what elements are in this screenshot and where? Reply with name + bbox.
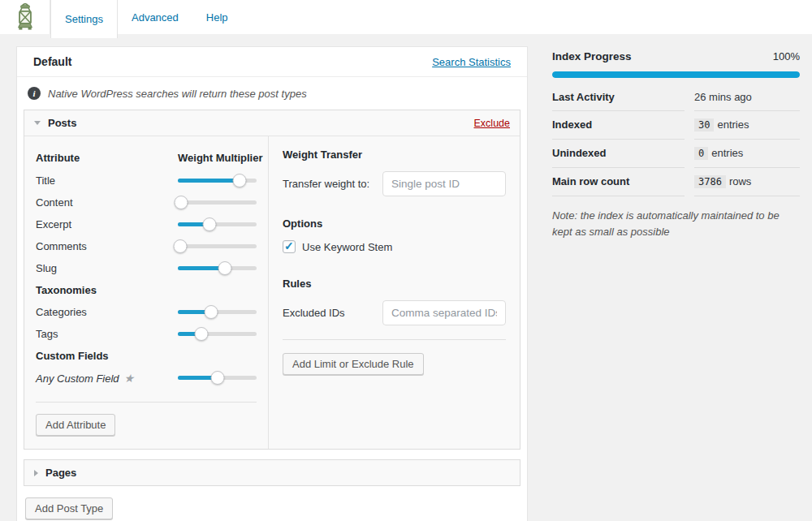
count-badge: 0 <box>694 147 708 160</box>
attribute-label: Comments <box>36 240 178 252</box>
info-icon: i <box>28 87 41 100</box>
weight-slider-excerpt[interactable] <box>178 217 257 231</box>
pages-panel-title: Pages <box>45 467 76 479</box>
taxonomies-header-label: Taxonomies <box>36 284 97 296</box>
stat-value: 26 mins ago <box>694 84 800 111</box>
weight-slider-tags[interactable] <box>178 327 257 341</box>
excluded-ids-row: Excluded IDs <box>283 300 506 325</box>
count-badge: 30 <box>694 118 714 131</box>
pages-panel-header[interactable]: Pages <box>24 460 520 485</box>
posts-panel-title: Posts <box>48 117 76 129</box>
attribute-label: Slug <box>36 262 178 274</box>
stat-value: 30entries <box>694 111 800 140</box>
custom-fields-section-header: Custom Fields <box>36 345 268 367</box>
chevron-right-icon[interactable] <box>34 470 38 476</box>
add-limit-or-exclude-rule-button[interactable]: Add Limit or Exclude Rule <box>283 353 424 375</box>
attributes-divider <box>36 402 257 403</box>
chevron-down-icon[interactable] <box>34 121 41 125</box>
attributes-column-headers: Attribute Weight Multiplier <box>36 147 268 168</box>
notice-text: Native WordPress searches will return th… <box>48 88 307 100</box>
stat-value: 0entries <box>694 140 800 168</box>
weight-transfer-title: Weight Transfer <box>283 149 506 161</box>
weight-slider-categories[interactable] <box>178 305 257 319</box>
stat-label: Indexed <box>552 111 685 140</box>
engine-card: Default Search Statistics i Native WordP… <box>16 46 528 521</box>
tab-advanced[interactable]: Advanced <box>118 0 192 34</box>
settings-column: Weight Transfer Transfer weight to: Opti… <box>268 136 520 449</box>
count-badge: 3786 <box>694 175 726 188</box>
attribute-row-tags: Tags <box>36 323 268 345</box>
attribute-label: Content <box>36 196 178 209</box>
notice-row: i Native WordPress searches will return … <box>17 77 527 110</box>
transfer-weight-label: Transfer weight to: <box>283 178 382 190</box>
posts-panel-header[interactable]: Posts Exclude <box>24 110 520 136</box>
stat-row-unindexed: Unindexed 0entries <box>552 140 800 168</box>
index-progress-bar-fill <box>552 71 800 78</box>
engine-card-header: Default Search Statistics <box>17 47 527 77</box>
attributes-column: Attribute Weight Multiplier Title Conten… <box>24 136 268 449</box>
plugin-logo <box>0 0 50 34</box>
single-post-id-input[interactable] <box>382 171 506 196</box>
taxonomies-section-header: Taxonomies <box>36 279 268 301</box>
index-progress-percent: 100% <box>773 50 800 62</box>
use-keyword-stem-checkbox[interactable] <box>283 240 296 253</box>
index-progress-sidebar: Index Progress 100% Last Activity 26 min… <box>552 46 800 239</box>
index-progress-title: Index Progress <box>552 50 632 62</box>
tab-settings[interactable]: Settings <box>50 0 118 38</box>
attribute-label: Title <box>36 174 178 187</box>
slider-thumb[interactable] <box>218 261 232 275</box>
excluded-ids-input[interactable] <box>382 300 506 325</box>
attribute-label: Any Custom Field <box>36 372 178 385</box>
attribute-row-comments: Comments <box>36 235 268 257</box>
index-progress-header: Index Progress 100% <box>552 46 800 71</box>
rules-divider <box>283 339 506 340</box>
unit-label: entries <box>717 118 749 131</box>
engine-title: Default <box>33 55 71 68</box>
slider-thumb[interactable] <box>174 196 188 209</box>
stat-value: 3786rows <box>694 168 800 196</box>
add-attribute-button[interactable]: Add Attribute <box>36 414 115 436</box>
weight-slider-content[interactable] <box>178 196 257 209</box>
weight-slider-title[interactable] <box>178 174 257 187</box>
lantern-icon <box>13 2 37 32</box>
stat-row-main-row-count: Main row count 3786rows <box>552 168 800 196</box>
slider-thumb[interactable] <box>232 174 246 187</box>
slider-thumb[interactable] <box>202 217 216 231</box>
attribute-row-categories: Categories <box>36 301 268 323</box>
stat-label: Last Activity <box>552 84 685 111</box>
slider-thumb[interactable] <box>173 239 187 253</box>
attribute-header: Attribute <box>36 152 178 164</box>
slider-thumb[interactable] <box>195 327 209 341</box>
attribute-label: Excerpt <box>36 218 178 230</box>
weight-slider-any-custom-field[interactable] <box>178 371 257 385</box>
attribute-label: Categories <box>36 306 178 318</box>
weight-slider-slug[interactable] <box>178 261 257 275</box>
exclude-link[interactable]: Exclude <box>474 118 510 129</box>
tab-help[interactable]: Help <box>192 0 242 34</box>
weight-slider-comments[interactable] <box>178 239 257 253</box>
unit-label: rows <box>729 175 751 187</box>
excluded-ids-label: Excluded IDs <box>283 307 382 319</box>
slider-thumb[interactable] <box>204 305 218 319</box>
star-filled-icon <box>124 372 135 385</box>
unit-label: entries <box>711 147 743 159</box>
add-post-type-button[interactable]: Add Post Type <box>25 497 113 519</box>
weight-transfer-row: Transfer weight to: <box>283 171 506 196</box>
stat-row-last-activity: Last Activity 26 mins ago <box>552 84 800 111</box>
any-custom-field-label: Any Custom Field <box>36 372 119 385</box>
stat-row-indexed: Indexed 30entries <box>552 111 800 140</box>
index-note: Note: the index is automatically maintai… <box>552 208 800 239</box>
attribute-row-content: Content <box>36 192 268 213</box>
options-title: Options <box>283 217 506 230</box>
search-statistics-link[interactable]: Search Statistics <box>432 56 511 68</box>
pages-panel: Pages <box>24 459 520 486</box>
stat-label: Unindexed <box>552 140 685 168</box>
slider-thumb[interactable] <box>210 371 224 385</box>
top-tab-bar: Settings Advanced Help <box>0 0 812 34</box>
custom-fields-header-label: Custom Fields <box>36 350 109 362</box>
stat-label: Main row count <box>552 168 685 196</box>
weight-multiplier-header: Weight Multiplier <box>178 152 262 164</box>
use-keyword-stem-label: Use Keyword Stem <box>302 241 392 253</box>
attribute-row-excerpt: Excerpt <box>36 213 268 235</box>
use-keyword-stem-row: Use Keyword Stem <box>283 240 506 253</box>
